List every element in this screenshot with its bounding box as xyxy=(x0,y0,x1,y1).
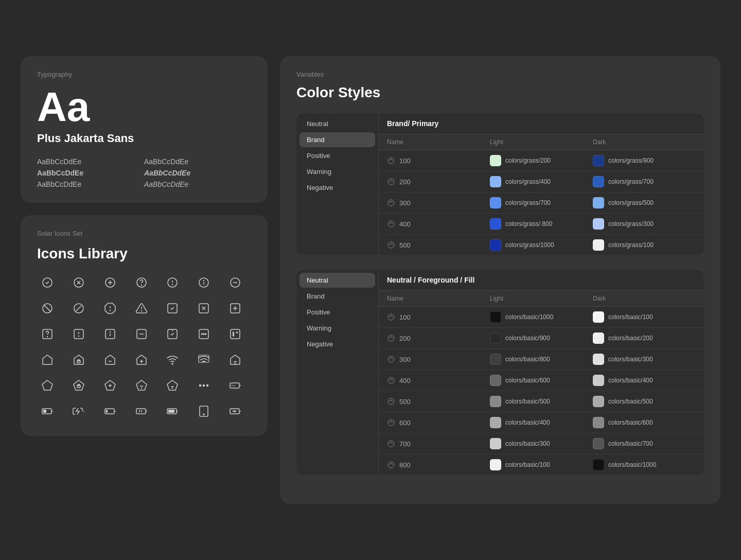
icon-pentagon-wifi xyxy=(131,375,152,396)
tab-neutral-1[interactable]: Neutral xyxy=(299,116,375,131)
svg-point-73 xyxy=(200,385,201,387)
brand-row-2-dark: colors/grass/500 xyxy=(593,197,696,208)
brand-th-light: Light xyxy=(490,138,593,146)
icon-dots-square-2 xyxy=(225,324,245,344)
brand-row-1-light: colors/grass/400 xyxy=(490,176,593,187)
icon-pentagon-plus xyxy=(100,375,120,396)
brand-row-1-dark: colors/grass/700 xyxy=(593,176,696,187)
neutral-section-header: Neutral / Foreground / Fill xyxy=(379,270,704,291)
icon-question-circle xyxy=(131,272,152,293)
svg-point-34 xyxy=(47,337,48,337)
svg-point-23 xyxy=(110,310,110,311)
tab-brand-2[interactable]: Brand xyxy=(299,289,375,304)
svg-rect-87 xyxy=(136,409,146,414)
brand-row-0-light: colors/grass/200 xyxy=(490,155,593,166)
neutral-table-container: Neutral Brand Positive Warning Negative … xyxy=(296,270,704,475)
brand-row-3: 400 colors/grass/ 800 colors/grass/300 xyxy=(379,214,704,235)
neutral-row-5-dark: colors/basic/600 xyxy=(593,417,696,428)
icon-x-circle xyxy=(68,272,89,293)
icon-minus-square xyxy=(131,324,152,344)
svg-point-50 xyxy=(233,332,234,333)
svg-point-72 xyxy=(172,388,173,389)
tab-positive-2[interactable]: Positive xyxy=(299,305,375,320)
svg-point-99 xyxy=(388,179,394,185)
svg-point-103 xyxy=(388,314,394,320)
brand-table-area: Brand/ Primary Name Light Dark 100 xyxy=(379,113,704,255)
neutral-row-5-name: 600 xyxy=(387,418,490,427)
icon-alert-square xyxy=(68,324,89,344)
icon-alert-octagon xyxy=(100,298,120,319)
right-panel: Variables Color Styles Neutral Brand Pos… xyxy=(280,56,720,504)
neutral-row-6: 700 colors/basic/300 colors/basic/700 xyxy=(379,433,704,454)
neutral-outer-table: Neutral Brand Positive Warning Negative … xyxy=(296,270,704,475)
icon-wifi xyxy=(162,349,183,370)
font-samples: AaBbCcDdEe AaBbCcDdEe AaBbCcDdEe AaBbCcD… xyxy=(37,157,251,188)
brand-row-0-dark: colors/grass/900 xyxy=(593,155,696,166)
neutral-row-6-dark: colors/basic/700 xyxy=(593,438,696,449)
tab-warning-1[interactable]: Warning xyxy=(299,164,375,179)
tab-positive-1[interactable]: Positive xyxy=(299,148,375,163)
tab-neutral-2[interactable]: Neutral xyxy=(299,273,375,288)
icon-battery-pause xyxy=(131,401,152,422)
svg-point-100 xyxy=(388,200,394,206)
variables-label: Variables xyxy=(296,71,704,78)
neutral-row-6-light: colors/basic/300 xyxy=(490,438,593,449)
icon-home-wifi xyxy=(225,349,245,370)
icon-dots-square xyxy=(193,324,214,344)
neutral-row-5: 600 colors/basic/400 colors/basic/600 xyxy=(379,412,704,433)
neutral-row-1-light: colors/basic/900 xyxy=(490,332,593,344)
svg-point-74 xyxy=(203,385,205,387)
svg-point-8 xyxy=(141,285,142,286)
tab-brand-1[interactable]: Brand xyxy=(299,132,375,147)
icon-info-circle xyxy=(193,272,214,293)
tab-warning-2[interactable]: Warning xyxy=(299,321,375,336)
svg-point-14 xyxy=(204,281,204,281)
neutral-th-dark: Dark xyxy=(593,295,696,302)
brand-section-header: Brand/ Primary xyxy=(379,113,704,134)
neutral-row-0-dark: colors/basic/100 xyxy=(593,311,696,323)
svg-point-11 xyxy=(172,285,173,285)
svg-rect-86 xyxy=(106,410,108,413)
left-column: Typography Aa Plus Jakarta Sans AaBbCcDd… xyxy=(21,56,268,504)
svg-rect-49 xyxy=(231,329,240,339)
neutral-row-7-dark: colors/basic/1000 xyxy=(593,459,696,470)
svg-point-25 xyxy=(141,311,142,311)
icon-alert-circle xyxy=(162,272,183,293)
brand-row-3-dark: colors/grass/300 xyxy=(593,218,696,230)
brand-row-3-name: 400 xyxy=(387,220,490,228)
icon-pentagon-cast xyxy=(162,375,183,396)
neutral-section-title: Neutral / Foreground / Fill xyxy=(387,276,474,284)
font-sample-5: AaBbCcDdEe xyxy=(37,180,144,188)
brand-row-0-name: 100 xyxy=(387,156,490,165)
svg-point-109 xyxy=(388,441,394,447)
icon-battery xyxy=(225,375,245,396)
brand-section-title: Brand/ Primary xyxy=(387,119,438,128)
icons-card: Solar Icons Set Icons Library xyxy=(21,215,268,436)
svg-point-107 xyxy=(388,398,394,405)
neutral-row-7-light: colors/basic/100 xyxy=(490,459,593,470)
icon-battery-charging xyxy=(68,401,89,422)
icon-minus-circle xyxy=(225,272,245,293)
svg-marker-62 xyxy=(42,380,52,390)
svg-point-102 xyxy=(388,242,394,248)
neutral-table-header: Name Light Dark xyxy=(379,291,704,307)
icon-check-square xyxy=(162,298,183,319)
svg-point-53 xyxy=(237,332,238,333)
tab-negative-1[interactable]: Negative xyxy=(299,180,375,195)
brand-row-1-name: 200 xyxy=(387,178,490,186)
svg-point-106 xyxy=(388,377,394,383)
neutral-row-2: 300 colors/basic/800 colors/basic/300 xyxy=(379,349,704,370)
brand-table-container: Neutral Brand Positive Warning Negative … xyxy=(296,113,704,255)
icon-battery-bolt xyxy=(225,401,245,422)
neutral-row-2-name: 300 xyxy=(387,355,490,363)
icon-clock-check xyxy=(162,324,183,344)
brand-th-name: Name xyxy=(387,138,490,146)
svg-point-59 xyxy=(172,363,173,364)
icon-tablet xyxy=(193,401,214,422)
tab-negative-2[interactable]: Negative xyxy=(299,337,375,352)
svg-line-18 xyxy=(44,305,51,312)
svg-point-70 xyxy=(141,388,142,389)
color-section-neutral: Neutral Brand Positive Warning Negative … xyxy=(296,270,704,475)
icon-info-square xyxy=(100,324,120,344)
icon-home-plus xyxy=(131,349,152,370)
